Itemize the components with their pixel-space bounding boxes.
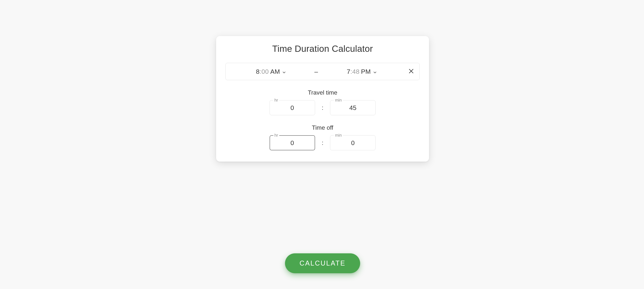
end-hour: 7 xyxy=(347,68,350,75)
time-off-hr-input[interactable] xyxy=(270,135,315,150)
calculator-card: Time Duration Calculator 8:00 AM – 7:48 … xyxy=(216,36,429,162)
travel-time-row: hr : min xyxy=(226,100,420,115)
close-icon xyxy=(408,68,414,74)
travel-time-min-input[interactable] xyxy=(330,100,376,115)
time-off-min-field: min xyxy=(330,135,376,150)
start-minute: 00 xyxy=(262,68,269,75)
end-minute: 48 xyxy=(352,68,360,75)
chevron-down-icon xyxy=(282,70,286,74)
travel-time-hr-field: hr xyxy=(270,100,315,115)
end-time-picker[interactable]: 7:48 PM xyxy=(320,68,403,75)
travel-time-min-field: min xyxy=(330,100,376,115)
time-off-hr-field: hr xyxy=(270,135,315,150)
min-legend: min xyxy=(334,133,343,137)
time-off-row: hr : min xyxy=(226,135,420,150)
hr-legend: hr xyxy=(273,98,280,102)
range-separator: – xyxy=(312,68,320,75)
start-ampm: AM xyxy=(270,68,286,75)
hr-legend: hr xyxy=(273,133,280,137)
colon-separator: : xyxy=(322,104,324,111)
end-ampm: PM xyxy=(361,68,376,75)
chevron-down-icon xyxy=(374,70,376,74)
card-title: Time Duration Calculator xyxy=(226,43,420,54)
min-legend: min xyxy=(334,98,343,102)
calculate-button[interactable]: CALCULATE xyxy=(285,253,360,273)
end-colon: : xyxy=(350,68,352,75)
time-off-min-input[interactable] xyxy=(330,135,376,150)
travel-time-hr-input[interactable] xyxy=(270,100,315,115)
start-time-value: 8:00 xyxy=(256,68,269,75)
time-range-row: 8:00 AM – 7:48 PM xyxy=(226,63,420,80)
start-hour: 8 xyxy=(256,68,260,75)
travel-time-label: Travel time xyxy=(226,89,420,96)
start-time-picker[interactable]: 8:00 AM xyxy=(230,68,312,75)
start-colon: : xyxy=(260,68,262,75)
clear-time-range-button[interactable] xyxy=(403,68,416,75)
colon-separator: : xyxy=(322,139,324,146)
time-off-label: Time off xyxy=(226,124,420,131)
end-time-value: 7:48 xyxy=(347,68,360,75)
